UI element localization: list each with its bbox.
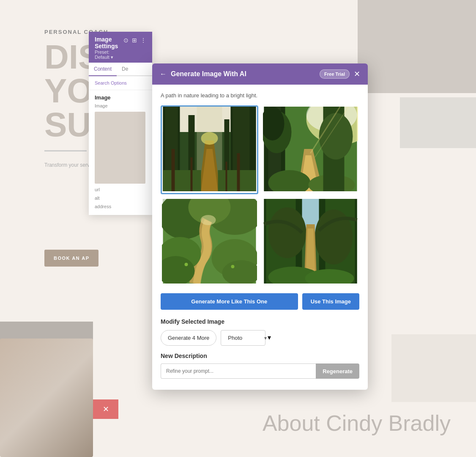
ai-new-desc-row: Regenerate xyxy=(161,363,359,379)
svg-rect-14 xyxy=(191,157,193,191)
ai-image-cell-4[interactable] xyxy=(262,198,359,286)
svg-rect-13 xyxy=(237,153,240,191)
bg-divider xyxy=(44,150,87,151)
new-desc-input[interactable] xyxy=(161,363,316,379)
photo-type-select-wrapper: Photo Illustration Painting Abstract ▾ xyxy=(221,330,271,346)
free-trial-badge: Free Trial xyxy=(320,69,350,79)
ai-dialog-title: Generate Image With AI xyxy=(171,70,246,78)
ai-image-cell-2[interactable] xyxy=(262,105,359,194)
generate4-button[interactable]: Generate 4 More xyxy=(161,330,216,346)
panel-title: Image Settings xyxy=(95,36,123,50)
svg-rect-15 xyxy=(226,162,227,191)
panel-preset[interactable]: Preset: Default ▾ xyxy=(95,50,123,60)
ai-image-cell-1[interactable] xyxy=(161,105,258,194)
modify-section-title: Modify Selected Image xyxy=(161,318,359,325)
target-icon[interactable]: ⊙ xyxy=(123,37,129,44)
svg-point-11 xyxy=(201,132,218,145)
svg-point-39 xyxy=(231,265,235,268)
bg-about-text: About Cindy Bradly xyxy=(263,410,451,436)
svg-point-40 xyxy=(201,215,216,225)
panel-title-area: Image Settings Preset: Default ▾ xyxy=(95,36,123,60)
panel-image-label: Image xyxy=(95,94,146,101)
svg-point-26 xyxy=(319,113,353,160)
panel-header: Image Settings Preset: Default ▾ ⊙ ⊞ ⋮ xyxy=(89,32,152,63)
tab-design[interactable]: De xyxy=(117,63,133,75)
bg-you-text: YO xyxy=(44,74,93,108)
regenerate-button[interactable]: Regenerate xyxy=(316,363,359,379)
bg-shape-top-right xyxy=(358,0,476,93)
close-button[interactable]: ✕ xyxy=(354,70,360,78)
ai-image-grid xyxy=(161,105,359,286)
photo-type-select[interactable]: Photo Illustration Painting Abstract xyxy=(221,330,265,346)
bg-photo-bottom xyxy=(0,339,93,457)
ai-prompt-text: A path in nature leading to a bright lig… xyxy=(161,92,359,99)
bg-x-button: ✕ xyxy=(93,399,118,419)
panel-header-top: Image Settings Preset: Default ▾ ⊙ ⊞ ⋮ xyxy=(95,36,146,60)
generate-more-button[interactable]: Generate More Like This One xyxy=(161,293,298,310)
columns-icon[interactable]: ⊞ xyxy=(132,37,137,44)
ai-dialog-body: A path in nature leading to a bright lig… xyxy=(152,85,368,390)
image-settings-panel: Image Settings Preset: Default ▾ ⊙ ⊞ ⋮ C… xyxy=(89,32,152,215)
ai-modify-controls: Generate 4 More Photo Illustration Paint… xyxy=(161,330,359,346)
bg-shape-mid-right xyxy=(400,97,476,148)
ai-modify-section: Modify Selected Image Generate 4 More Ph… xyxy=(161,318,359,346)
panel-image-section: Image Image url alt address xyxy=(89,90,152,215)
back-icon[interactable]: ← xyxy=(160,70,167,78)
ai-dialog-header: ← Generate Image With AI Free Trial ✕ xyxy=(152,63,368,85)
bg-shape-bottom-right xyxy=(391,334,476,402)
panel-address-label: address xyxy=(95,204,146,209)
ai-new-desc-section: New Description Regenerate xyxy=(161,352,359,379)
panel-header-icons: ⊙ ⊞ ⋮ xyxy=(123,37,146,44)
ai-dialog-title-area: ← Generate Image With AI xyxy=(160,70,246,78)
chevron-down-icon: ▾ xyxy=(268,334,271,341)
ai-generate-dialog: ← Generate Image With AI Free Trial ✕ A … xyxy=(152,63,368,390)
ai-dialog-header-right: Free Trial ✕ xyxy=(320,69,360,79)
search-options-label[interactable]: Search Options xyxy=(89,76,152,90)
panel-url-label: url xyxy=(95,187,146,192)
panel-image-placeholder xyxy=(95,112,145,184)
more-icon[interactable]: ⋮ xyxy=(140,37,146,44)
panel-tabs: Content De xyxy=(89,63,152,76)
new-desc-title: New Description xyxy=(161,352,359,359)
ai-action-buttons: Generate More Like This One Use This Ima… xyxy=(161,293,359,310)
svg-rect-12 xyxy=(172,149,175,191)
ai-image-cell-3[interactable] xyxy=(161,198,258,286)
panel-alt-label: alt xyxy=(95,195,146,201)
bg-book-button: BOOK AN AP xyxy=(44,250,98,267)
svg-rect-9 xyxy=(163,170,201,191)
use-image-button[interactable]: Use This Image xyxy=(302,293,359,310)
svg-point-38 xyxy=(185,263,188,266)
panel-image-sublabel: Image xyxy=(95,103,146,108)
tab-content[interactable]: Content xyxy=(89,63,117,76)
